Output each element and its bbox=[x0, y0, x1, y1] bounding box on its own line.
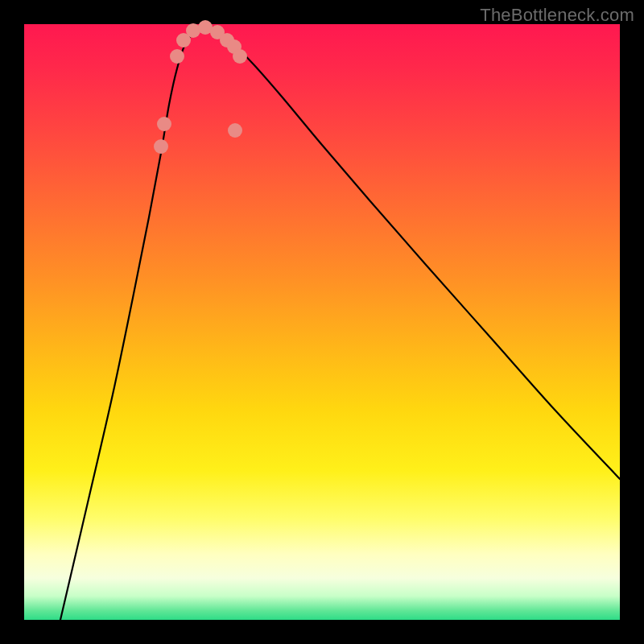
bottleneck-curve bbox=[60, 27, 620, 620]
data-marker bbox=[154, 139, 168, 154]
data-marker bbox=[170, 49, 184, 64]
curve-svg bbox=[24, 24, 620, 620]
plot-area bbox=[24, 24, 620, 620]
marker-group bbox=[154, 20, 247, 154]
watermark-text: TheBottleneck.com bbox=[480, 5, 634, 26]
data-marker bbox=[233, 49, 247, 64]
data-marker bbox=[228, 123, 242, 138]
data-marker bbox=[157, 117, 171, 131]
chart-frame: TheBottleneck.com bbox=[0, 0, 644, 644]
